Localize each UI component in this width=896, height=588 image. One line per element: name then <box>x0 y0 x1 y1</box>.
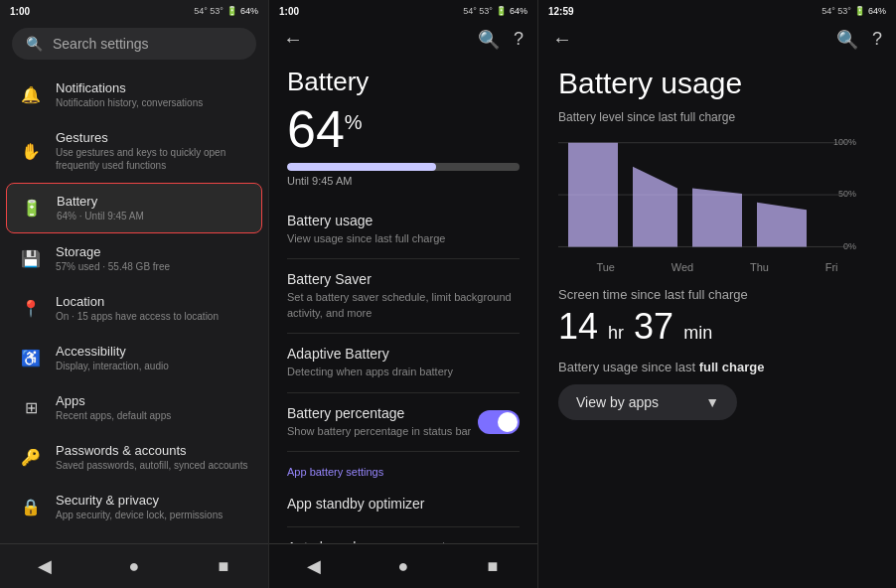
nav-bar-2: ◀ ● ■ <box>269 543 537 588</box>
settings-item-battery[interactable]: 🔋 Battery 64% · Until 9:45 AM <box>6 183 262 233</box>
battery-title: Battery <box>57 194 144 209</box>
security-icon: 🔒 <box>20 497 42 518</box>
settings-item-apps[interactable]: ⊞ Apps Recent apps, default apps <box>6 383 262 432</box>
location-title: Location <box>56 294 219 309</box>
notifications-icon: 🔔 <box>20 84 42 106</box>
battery-text: Battery 64% · Until 9:45 AM <box>57 194 144 222</box>
security-title: Security & privacy <box>56 493 223 508</box>
status-time-1: 1:00 <box>10 6 30 17</box>
svg-marker-9 <box>757 203 807 247</box>
battery-pct-toggle-title: Battery percentage <box>287 405 471 421</box>
battery-content: Battery 64% Until 9:45 AM Battery usage … <box>269 57 537 543</box>
storage-sub: 57% used · 55.48 GB free <box>56 260 170 273</box>
settings-item-accessibility[interactable]: ♿ Accessibility Display, interaction, au… <box>6 334 262 382</box>
toolbar-actions-2: 🔍 ? <box>478 29 523 51</box>
auto-launch-item[interactable]: Auto launch management <box>287 527 520 543</box>
view-by-apps-button[interactable]: View by apps ▼ <box>558 384 737 420</box>
gestures-title: Gestures <box>56 130 248 145</box>
battery-pct-symbol: % <box>345 111 363 133</box>
back-button-2[interactable]: ← <box>283 28 303 51</box>
battery-until-text: Until 9:45 AM <box>287 175 520 187</box>
nav-recent-2[interactable]: ■ <box>479 552 507 580</box>
notifications-sub: Notification history, conversations <box>56 96 203 109</box>
usage-panel-title: Battery usage <box>558 67 876 100</box>
status-time-2: 1:00 <box>279 6 299 17</box>
nav-back-2[interactable]: ◀ <box>300 552 328 580</box>
battery-saver-item[interactable]: Battery Saver Set a battery saver schedu… <box>287 259 520 334</box>
location-text: Location On · 15 apps have access to loc… <box>56 294 219 323</box>
chart-label-tue: Tue <box>596 261 615 273</box>
search-placeholder: Search settings <box>53 36 149 52</box>
screen-time-hr-unit: hr <box>608 323 624 343</box>
passwords-text: Passwords & accounts Saved passwords, au… <box>56 443 247 472</box>
battery-icon-3: 🔋 <box>854 6 865 16</box>
svg-text:0%: 0% <box>843 239 857 250</box>
apps-title: Apps <box>56 393 171 408</box>
status-time-3: 12:59 <box>548 6 574 17</box>
passwords-icon: 🔑 <box>20 447 42 469</box>
status-bar-2: 1:00 54° 53° 🔋 64% <box>269 0 537 22</box>
settings-item-security[interactable]: 🔒 Security & privacy App security, devic… <box>6 483 262 531</box>
settings-list: 🔔 Notifications Notification history, co… <box>0 68 268 543</box>
battery-percentage-display: 64% <box>287 103 520 155</box>
adaptive-battery-item[interactable]: Adaptive Battery Detecting when apps dra… <box>287 334 520 392</box>
gestures-sub: Use gestures and keys to quickly open fr… <box>56 146 248 172</box>
nav-home-1[interactable]: ● <box>120 552 148 580</box>
status-icons-3: 54° 53° 🔋 64% <box>821 6 886 16</box>
nav-recent-1[interactable]: ■ <box>210 552 237 580</box>
help-button-3[interactable]: ? <box>872 29 882 51</box>
search-button-2[interactable]: 🔍 <box>478 29 500 51</box>
help-button-2[interactable]: ? <box>514 29 523 51</box>
battery-bar <box>287 163 520 171</box>
storage-icon: 💾 <box>20 248 42 270</box>
battery-percentage-toggle-item[interactable]: Battery percentage Show battery percenta… <box>287 393 520 452</box>
chart-label-wed: Wed <box>672 261 693 273</box>
accessibility-title: Accessibility <box>56 344 169 359</box>
battery-since-bold: full charge <box>699 360 765 374</box>
settings-item-gestures[interactable]: ✋ Gestures Use gestures and keys to quic… <box>6 120 262 182</box>
accessibility-sub: Display, interaction, audio <box>56 360 169 372</box>
battery-panel: 1:00 54° 53° 🔋 64% ← 🔍 ? Battery 64% Unt… <box>268 0 537 588</box>
settings-item-passwords[interactable]: 🔑 Passwords & accounts Saved passwords, … <box>6 433 262 482</box>
battery-panel-title: Battery <box>287 67 520 97</box>
apps-sub: Recent apps, default apps <box>56 409 171 422</box>
settings-item-notifications[interactable]: 🔔 Notifications Notification history, co… <box>6 71 262 119</box>
battery-usage-title: Battery usage <box>287 213 520 228</box>
settings-item-storage[interactable]: 💾 Storage 57% used · 55.48 GB free <box>6 234 262 283</box>
status-info-3: 54° 53° <box>821 6 851 16</box>
svg-marker-7 <box>633 167 677 247</box>
svg-marker-8 <box>692 189 742 247</box>
usage-subtitle: Battery level since last full charge <box>558 110 876 124</box>
search-bar[interactable]: 🔍 Search settings <box>12 28 256 60</box>
battery-usage-item[interactable]: Battery usage View usage since last full… <box>287 201 520 259</box>
app-standby-item[interactable]: App standby optimizer <box>287 484 520 527</box>
chart-label-thu: Thu <box>750 261 769 273</box>
battery-since-label: Battery usage since last full charge <box>558 360 876 374</box>
adaptive-battery-title: Adaptive Battery <box>287 346 520 362</box>
screen-time-value: 14 hr 37 min <box>558 306 876 348</box>
status-info-1: 54° 53° <box>194 6 224 16</box>
storage-title: Storage <box>56 244 170 259</box>
battery-saver-title: Battery Saver <box>287 271 520 287</box>
view-by-apps-text: View by apps <box>576 394 659 410</box>
nav-home-2[interactable]: ● <box>389 552 417 580</box>
status-bar-1: 1:00 54° 53° 🔋 64% <box>0 0 268 22</box>
adaptive-battery-sub: Detecting when apps drain battery <box>287 365 520 379</box>
screen-time-section: Screen time since last full charge 14 hr… <box>558 287 876 348</box>
app-standby-title: App standby optimizer <box>287 496 520 512</box>
battery-usage-sub: View usage since last full charge <box>287 231 520 246</box>
settings-item-location[interactable]: 📍 Location On · 15 apps have access to l… <box>6 284 262 333</box>
screen-time-label: Screen time since last full charge <box>558 287 876 302</box>
nav-back-1[interactable]: ◀ <box>31 552 59 580</box>
security-sub: App security, device lock, permissions <box>56 509 223 521</box>
battery-pct-3: 64% <box>868 6 886 16</box>
back-button-3[interactable]: ← <box>552 28 572 51</box>
search-button-3[interactable]: 🔍 <box>836 29 858 51</box>
status-info-2: 54° 53° <box>463 6 493 16</box>
nav-bar-1: ◀ ● ■ <box>0 543 268 588</box>
chart-label-fri: Fri <box>825 261 838 273</box>
battery-percentage-toggle[interactable] <box>478 410 520 434</box>
battery-icon: 🔋 <box>21 198 43 220</box>
screen-time-min-unit: min <box>683 323 712 343</box>
battery-saver-sub: Set a battery saver schedule, limit back… <box>287 290 520 321</box>
